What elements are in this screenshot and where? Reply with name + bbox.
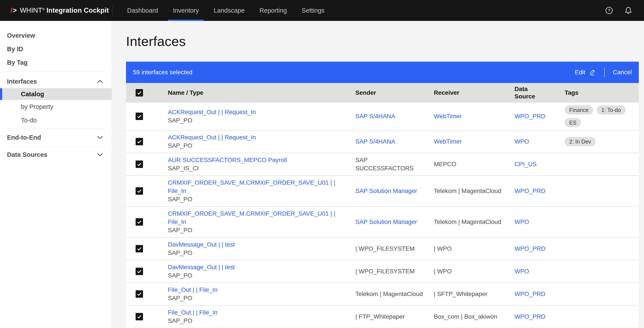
receiver-cell: | WPO — [434, 245, 514, 253]
row-checkbox[interactable] — [136, 290, 143, 298]
data-source-link[interactable]: WPO — [514, 268, 529, 275]
row-checkbox[interactable] — [136, 138, 143, 145]
table-row: DavMessage_Out | | test SAP_PO | WPO_FIL… — [126, 238, 639, 260]
sidebar-item-by-tag[interactable]: By Tag — [0, 56, 112, 69]
row-checkbox[interactable] — [136, 245, 143, 252]
nav-tab-landscape[interactable]: Landscape — [206, 0, 252, 21]
data-source-link[interactable]: WPO — [514, 138, 529, 145]
data-source-link[interactable]: WPO_PRD — [514, 313, 546, 320]
table-body: ACKRequest_Out | | Request_In SAP_PO SAP… — [126, 103, 639, 328]
nav-tab-reporting[interactable]: Reporting — [252, 0, 294, 21]
row-checkbox[interactable] — [136, 268, 143, 275]
row-checkbox[interactable] — [136, 313, 143, 320]
column-header-data-source: Data Source — [514, 85, 565, 100]
sidebar-section-interfaces[interactable]: Interfaces — [0, 75, 112, 88]
sender-cell: | FTP_Whitepaper — [355, 313, 434, 321]
checkmark-icon — [137, 139, 142, 144]
receiver-cell[interactable]: WebTimer — [434, 137, 514, 146]
checkmark-icon — [137, 269, 142, 274]
interface-type-label: SAP_PO — [168, 196, 192, 203]
row-checkbox[interactable] — [136, 113, 143, 120]
table-row: ACKRequest_Out | | Request_In SAP_PO SAP… — [126, 103, 639, 130]
registered-mark: ® — [42, 7, 45, 11]
receiver-cell[interactable]: WebTimer — [434, 112, 514, 120]
checkmark-icon — [137, 292, 142, 297]
interface-name-link[interactable]: File_Out | | File_In — [168, 309, 218, 316]
interface-name-link[interactable]: DavMessage_Out | | test — [168, 264, 235, 271]
sidebar-section-end-to-end[interactable]: End-to-End — [0, 131, 112, 144]
table-row: CRMXIF_ORDER_SAVE_M.CRMXIF_ORDER_SAVE_U0… — [126, 207, 639, 238]
column-header-receiver: Receiver — [434, 89, 514, 96]
interface-type-label: SAP_IS_CI — [168, 165, 199, 172]
nav-tab-inventory[interactable]: Inventory — [166, 0, 206, 21]
receiver-cell: Box_com | Box_akiwon — [434, 313, 514, 321]
nav-tab-dashboard[interactable]: Dashboard — [120, 0, 166, 21]
sidebar-item-overview[interactable]: Overview — [0, 29, 112, 42]
interface-name-link[interactable]: ACKRequest_Out | | Request_In — [168, 109, 256, 115]
tags-cell: 2: In Dev — [565, 137, 639, 146]
table-row: AUR SUCCESSFACTORS_MEPCO Payroll SAP_IS_… — [126, 153, 639, 176]
interface-name-link[interactable]: CRMXIF_ORDER_SAVE_M.CRMXIF_ORDER_SAVE_U0… — [168, 210, 335, 225]
data-source-link[interactable]: WPO_PRD — [514, 245, 546, 252]
sidebar-item-by-property[interactable]: by Property — [0, 100, 112, 113]
interface-type-label: SAP_PO — [168, 227, 192, 234]
data-source-link[interactable]: WPO_PRD — [514, 113, 546, 120]
data-source-link[interactable]: WPO_PRD — [514, 291, 546, 297]
interface-name-link[interactable]: CRMXIF_ORDER_SAVE_M.CRMXIF_ORDER_SAVE_U0… — [168, 179, 335, 194]
nav-tab-settings[interactable]: Settings — [294, 0, 332, 21]
logo-slash-icon: / — [10, 6, 12, 14]
table-header: Name / Type Sender Receiver Data Source … — [126, 83, 639, 103]
table-row: File_Out | | File_In SAP_PO | FTP_Whitep… — [126, 306, 639, 328]
sender-cell[interactable]: SAP S/4HANA — [355, 112, 434, 120]
interface-name-link[interactable]: ACKRequest_Out | | Request_In — [168, 134, 256, 141]
chevron-down-icon — [97, 136, 103, 139]
sidebar-item-to-do[interactable]: To-do — [0, 113, 112, 127]
sender-cell[interactable]: SAP Solution Manager — [355, 187, 434, 195]
data-source-link[interactable]: WPO_PRD — [514, 188, 546, 194]
help-icon[interactable]: ? — [605, 6, 614, 15]
chevron-up-icon — [97, 80, 103, 83]
checkmark-icon — [137, 188, 142, 194]
sidebar-section-data-sources[interactable]: Data Sources — [0, 148, 112, 161]
sidebar-item-by-id[interactable]: By ID — [0, 42, 112, 56]
notifications-icon[interactable] — [624, 6, 633, 15]
row-checkbox[interactable] — [136, 161, 143, 168]
receiver-cell: MEPCO — [434, 160, 514, 168]
selection-divider — [604, 67, 604, 77]
tag-pill: ES — [565, 118, 581, 127]
checkmark-icon — [137, 114, 142, 119]
checkmark-icon — [137, 90, 142, 95]
data-source-link[interactable]: WPO — [514, 218, 529, 225]
interface-name-link[interactable]: DavMessage_Out | | test — [168, 241, 235, 248]
app-logo[interactable]: /> WHINT® Integration Cockpit — [0, 0, 112, 21]
data-source-link[interactable]: CPI_US — [514, 161, 536, 167]
topbar: /> WHINT® Integration Cockpit Dashboard … — [0, 0, 644, 21]
checkmark-icon — [137, 314, 142, 319]
sender-cell: Telekom | MagentaCloud — [355, 290, 434, 298]
sender-cell: | WPO_FILESYSTEM — [355, 267, 434, 276]
sidebar-item-catalog[interactable]: Catalog — [0, 88, 112, 100]
sidebar: Overview By ID By Tag Interfaces Catalog… — [0, 21, 112, 328]
receiver-cell: Telekom | MagentaCloud — [434, 187, 514, 195]
interface-name-link[interactable]: File_Out | | File_In — [168, 286, 218, 293]
row-checkbox[interactable] — [136, 187, 143, 195]
row-checkbox[interactable] — [136, 218, 143, 226]
main-content: Interfaces 59 interfaces selected Edit C… — [112, 21, 644, 328]
topbar-actions: ? — [605, 0, 644, 21]
interface-type-label: SAP_PO — [168, 142, 192, 149]
main-nav: Dashboard Inventory Landscape Reporting … — [120, 0, 332, 21]
interface-name-link[interactable]: AUR SUCCESSFACTORS_MEPCO Payroll — [168, 157, 287, 163]
edit-pencil-icon — [588, 69, 596, 76]
select-all-checkbox[interactable] — [136, 89, 143, 96]
column-header-name-type: Name / Type — [168, 89, 355, 96]
brand-name: WHINT® — [20, 6, 46, 14]
selection-count-text: 59 interfaces selected — [133, 69, 192, 76]
page-title: Interfaces — [126, 33, 639, 49]
cancel-button[interactable]: Cancel — [607, 62, 638, 83]
sender-cell[interactable]: SAP Solution Manager — [355, 218, 434, 226]
svg-text:?: ? — [608, 8, 610, 13]
selection-actions: Edit Cancel — [569, 62, 638, 83]
edit-button[interactable]: Edit — [569, 62, 602, 83]
sender-cell[interactable]: SAP S/4HANA — [355, 137, 434, 146]
tag-pill: 1: To-do — [597, 105, 626, 115]
